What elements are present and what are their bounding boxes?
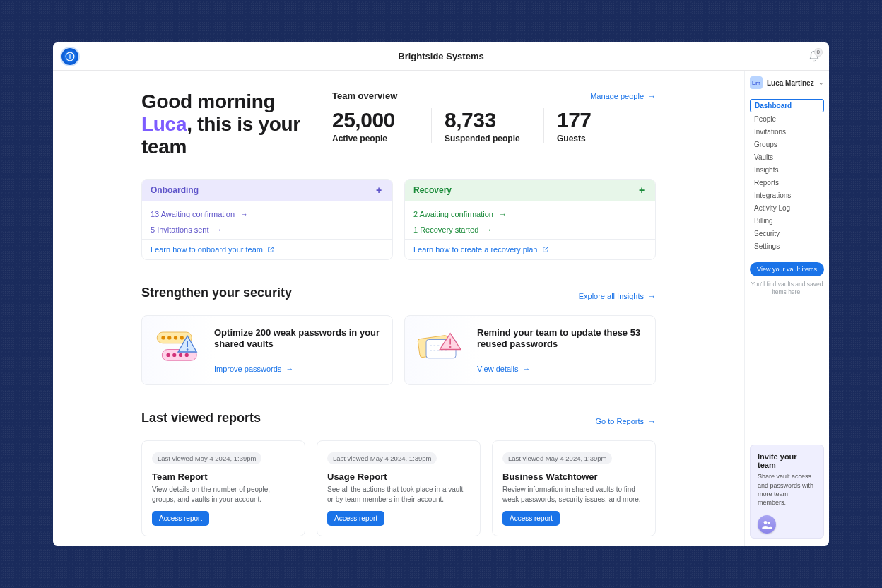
report-meta: Last viewed May 4 2024, 1:39pm (152, 452, 261, 464)
onboarding-learn-link[interactable]: Learn how to onboard your team (142, 239, 392, 259)
report-meta: Last viewed May 4 2024, 1:39pm (327, 452, 437, 464)
recovery-add-icon[interactable]: + (637, 185, 647, 195)
arrow-right-icon (240, 210, 248, 218)
svg-point-19 (449, 346, 452, 348)
svg-point-11 (185, 353, 189, 356)
view-details-link[interactable]: View details (477, 365, 531, 373)
nav-dashboard[interactable]: Dashboard (750, 99, 824, 112)
report-title: Team Report (152, 471, 295, 482)
insight-cta-label: View details (477, 365, 519, 373)
people-icon (758, 515, 776, 534)
explore-insights-label: Explore all Insights (579, 292, 644, 300)
insight-title: Optimize 200 weak passwords in your shar… (214, 327, 381, 351)
notifications-bell-icon[interactable]: 0 (808, 50, 821, 63)
arrow-right-icon (648, 292, 656, 300)
greeting: Good morning Luca, this is your team (141, 90, 304, 159)
svg-point-8 (166, 353, 170, 356)
report-card-watchtower: Last viewed May 4 2024, 1:39pm Business … (492, 440, 656, 536)
svg-point-9 (172, 353, 176, 356)
invite-desc: Share vault access and passwords with mo… (758, 472, 816, 507)
topbar: Brightside Systems 0 (53, 42, 829, 71)
report-card-usage: Last viewed May 4 2024, 1:39pm Usage Rep… (317, 440, 481, 536)
nav-settings[interactable]: Settings (750, 240, 824, 252)
onboarding-add-icon[interactable]: + (374, 185, 384, 195)
onboarding-title: Onboarding (151, 185, 199, 195)
report-desc: View details on the number of people, gr… (152, 485, 295, 504)
recovery-item[interactable]: 1 Recovery started (413, 222, 647, 237)
nav-security[interactable]: Security (750, 228, 824, 240)
user-menu[interactable]: Lm Luca Martinez ⌄ (750, 76, 824, 89)
security-heading: Strengthen your security (141, 286, 292, 300)
user-name: Luca Martinez (767, 79, 814, 87)
recovery-learn-link[interactable]: Learn how to create a recovery plan (405, 239, 655, 259)
stat-suspended: 8,733 Suspended people (431, 108, 543, 143)
team-overview: Team overview Manage people 25,000 Activ… (332, 90, 656, 159)
report-meta: Last viewed May 4 2024, 1:39pm (502, 452, 612, 464)
svg-rect-1 (69, 54, 70, 59)
arrow-right-icon (215, 225, 223, 234)
stat-label: Suspended people (445, 134, 543, 143)
report-card-team: Last viewed May 4 2024, 1:39pm Team Repo… (141, 440, 305, 536)
view-vault-items-button[interactable]: View your vault items (750, 262, 824, 276)
svg-point-4 (167, 336, 171, 339)
sidebar: Lm Luca Martinez ⌄ Dashboard People Invi… (744, 71, 829, 546)
svg-point-20 (764, 521, 768, 524)
panel-link-label: 1 Recovery started (413, 225, 478, 234)
panel-link-label: 13 Awaiting confirmation (151, 210, 235, 218)
stat-num: 8,733 (445, 108, 543, 132)
onboarding-item[interactable]: 13 Awaiting confirmation (151, 206, 384, 222)
panel-footer-label: Learn how to onboard your team (151, 245, 263, 254)
onboarding-panel: Onboarding + 13 Awaiting confirmation 5 … (141, 179, 393, 260)
invite-team-card[interactable]: Invite your team Share vault access and … (750, 445, 824, 539)
insight-title: Remind your team to update these 53 reus… (477, 327, 644, 351)
nav-insights[interactable]: Insights (750, 164, 824, 176)
greeting-pre: Good morning (141, 90, 275, 112)
invite-title: Invite your team (758, 452, 816, 469)
stat-num: 25,000 (332, 108, 431, 132)
nav-people[interactable]: People (750, 113, 824, 125)
report-desc: See all the actions that took place in a… (327, 485, 470, 504)
app-window: Brightside Systems 0 Good morning Luca, … (53, 42, 829, 546)
app-logo[interactable] (61, 48, 78, 65)
panel-footer-label: Learn how to create a recovery plan (413, 245, 538, 254)
insight-cta-label: Improve passwords (214, 365, 281, 373)
access-report-button[interactable]: Access report (327, 511, 384, 526)
manage-people-label: Manage people (590, 92, 644, 100)
arrow-right-icon (648, 417, 656, 425)
nav-list: Dashboard People Invitations Groups Vaul… (750, 99, 824, 252)
org-name: Brightside Systems (398, 51, 483, 61)
access-report-button[interactable]: Access report (502, 511, 560, 526)
arrow-right-icon (286, 365, 293, 373)
nav-billing[interactable]: Billing (750, 215, 824, 227)
panel-link-label: 2 Awaiting confirmation (413, 210, 493, 218)
recovery-panel: Recovery + 2 Awaiting confirmation 1 Rec… (404, 179, 656, 260)
manage-people-link[interactable]: Manage people (590, 92, 656, 100)
recovery-item[interactable]: 2 Awaiting confirmation (413, 206, 647, 222)
reports-section-head: Last viewed reports Go to Reports (141, 411, 656, 430)
access-report-button[interactable]: Access report (152, 511, 209, 526)
stat-label: Guests (557, 134, 656, 143)
nav-vaults[interactable]: Vaults (750, 151, 824, 163)
external-link-icon (267, 246, 274, 253)
vault-hint: You'll find vaults and saved items here. (750, 281, 824, 296)
svg-point-13 (187, 348, 189, 351)
insight-weak-passwords: Optimize 200 weak passwords in your shar… (141, 315, 393, 386)
recovery-title: Recovery (413, 185, 452, 195)
nav-reports[interactable]: Reports (750, 177, 824, 189)
weak-passwords-icon (153, 327, 203, 367)
go-to-reports-label: Go to Reports (596, 417, 644, 425)
panel-link-label: 5 Invitations sent (151, 225, 209, 234)
stat-guests: 177 Guests (543, 108, 656, 143)
svg-point-10 (179, 353, 182, 356)
nav-groups[interactable]: Groups (750, 139, 824, 151)
improve-passwords-link[interactable]: Improve passwords (214, 365, 293, 373)
svg-point-21 (768, 522, 770, 524)
onboarding-item[interactable]: 5 Invitations sent (151, 222, 384, 237)
explore-insights-link[interactable]: Explore all Insights (579, 292, 656, 300)
nav-invitations[interactable]: Invitations (750, 126, 824, 138)
nav-integrations[interactable]: Integrations (750, 189, 824, 201)
security-section-head: Strengthen your security Explore all Ins… (141, 286, 656, 305)
go-to-reports-link[interactable]: Go to Reports (596, 417, 656, 425)
external-link-icon (542, 246, 549, 253)
nav-activity-log[interactable]: Activity Log (750, 202, 824, 214)
